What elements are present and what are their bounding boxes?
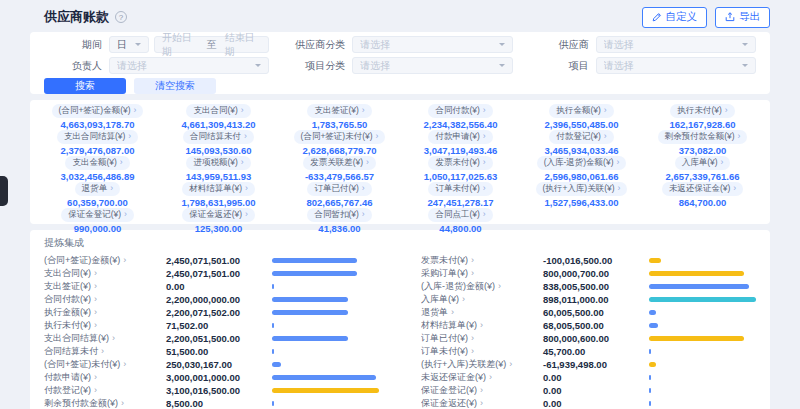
metric-card[interactable]: 材料结算单(¥) 1,798,631,995.00 bbox=[161, 182, 276, 208]
summary-row-label[interactable]: 订单已付(¥) bbox=[421, 332, 537, 345]
metric-card[interactable]: 合同暂扣(¥) 41,836.00 bbox=[282, 208, 397, 234]
metric-card[interactable]: 支出合同(¥) 4,661,309,413.20 bbox=[161, 104, 276, 130]
metric-card[interactable]: 支出签证(¥) 1,783,765.50 bbox=[282, 104, 397, 130]
summary-row-label[interactable]: 订单未付(¥) bbox=[421, 345, 537, 358]
metric-card[interactable]: 保证金登记(¥) 990,000.00 bbox=[40, 208, 155, 234]
metric-label[interactable]: 退货单 bbox=[75, 182, 120, 196]
summary-row-label[interactable]: 支出合同结算(¥) bbox=[44, 332, 160, 345]
summary-row-label[interactable]: 采购订单(¥) bbox=[421, 267, 537, 280]
metric-card[interactable]: 订单已付(¥) 802,665,767.46 bbox=[282, 182, 397, 208]
metric-card[interactable]: 合同结算未付 145,093,530.60 bbox=[161, 130, 276, 156]
summary-row-label[interactable]: 剩余预付款金额(¥) bbox=[44, 397, 160, 409]
metric-card[interactable]: 执行未付(¥) 162,167,928.60 bbox=[645, 104, 760, 130]
summary-row-label[interactable]: 未返还保证金(¥) bbox=[421, 371, 537, 384]
summary-row-label[interactable]: 执行金额(¥) bbox=[44, 306, 160, 319]
search-button[interactable]: 搜索 bbox=[44, 78, 126, 94]
metric-card[interactable]: 保证金返还(¥) 125,300.00 bbox=[161, 208, 276, 234]
metric-label[interactable]: 支出合同(¥) bbox=[186, 104, 250, 118]
metric-label[interactable]: 订单未付(¥) bbox=[428, 182, 492, 196]
metric-card[interactable]: (执行+入库)关联(¥) 1,527,596,433.00 bbox=[524, 182, 639, 208]
summary-row-label[interactable]: 入库单(¥) bbox=[421, 293, 537, 306]
metric-card[interactable]: 付款登记(¥) 3,465,934,033.46 bbox=[524, 130, 639, 156]
period-unit-select[interactable]: 日 bbox=[109, 36, 149, 53]
export-button[interactable]: 导出 bbox=[715, 7, 770, 28]
clear-search-button[interactable]: 清空搜索 bbox=[134, 78, 216, 94]
metric-label[interactable]: 未返还保证金(¥) bbox=[662, 182, 743, 196]
metric-card[interactable]: 合同付款(¥) 2,234,382,556.40 bbox=[403, 104, 518, 130]
metric-label[interactable]: 保证金登记(¥) bbox=[61, 208, 134, 222]
filter-select[interactable]: 请选择 bbox=[596, 57, 756, 74]
summary-row-label[interactable]: 退货单 bbox=[421, 306, 537, 319]
summary-row: 执行金额(¥) 2,200,071,502.00 bbox=[44, 306, 379, 319]
metric-label[interactable]: 合同结算未付 bbox=[183, 130, 254, 144]
period-date-range[interactable]: 开始日期 至 结束日期 bbox=[154, 36, 269, 53]
summary-row: 支出合同结算(¥) 2,200,051,500.00 bbox=[44, 332, 379, 345]
summary-row-label[interactable]: (合同+签证)未付(¥) bbox=[44, 358, 160, 371]
metric-card[interactable]: 付款申请(¥) 3,047,119,493.46 bbox=[403, 130, 518, 156]
filter-select[interactable]: 请选择 bbox=[352, 57, 512, 74]
customize-button[interactable]: 自定义 bbox=[642, 7, 708, 28]
summary-row-label[interactable]: 合同付款(¥) bbox=[44, 293, 160, 306]
summary-row-label[interactable]: 付款申请(¥) bbox=[44, 371, 160, 384]
summary-row-value: 838,005,500.00 bbox=[543, 281, 643, 292]
metric-card[interactable]: 入库单(¥) 2,657,339,761.66 bbox=[645, 156, 760, 182]
metric-label[interactable]: 剩余预付款金额(¥) bbox=[658, 130, 748, 144]
summary-row-label[interactable]: 合同结算未付 bbox=[44, 345, 160, 358]
metric-card[interactable]: (合同+签证)未付(¥) 2,628,668,779.70 bbox=[282, 130, 397, 156]
metric-label[interactable]: 执行未付(¥) bbox=[670, 104, 734, 118]
summary-row-label[interactable]: 支出合同(¥) bbox=[44, 267, 160, 280]
metric-label[interactable]: 入库单(¥) bbox=[675, 156, 731, 170]
summary-row-label[interactable]: 付款登记(¥) bbox=[44, 384, 160, 397]
metric-label[interactable]: 支出金额(¥) bbox=[65, 156, 129, 170]
metric-label[interactable]: (合同+签证)未付(¥) bbox=[294, 130, 386, 144]
metric-card[interactable]: 发票未付(¥) 1,050,117,025.63 bbox=[403, 156, 518, 182]
summary-row-value: 0.00 bbox=[166, 281, 266, 292]
metric-card[interactable]: 发票关联差(¥) -633,479,566.57 bbox=[282, 156, 397, 182]
summary-row-label[interactable]: (合同+签证)金额(¥) bbox=[44, 254, 160, 267]
metric-label[interactable]: (执行+入库)关联(¥) bbox=[536, 182, 628, 196]
summary-row-label[interactable]: 发票未付(¥) bbox=[421, 254, 537, 267]
metric-label[interactable]: 发票关联差(¥) bbox=[303, 156, 376, 170]
summary-row-label[interactable]: 支出签证(¥) bbox=[44, 280, 160, 293]
metric-label[interactable]: 付款申请(¥) bbox=[428, 130, 492, 144]
metric-label[interactable]: 合同点工(¥) bbox=[428, 208, 492, 222]
metric-card[interactable]: 支出合同结算(¥) 2,379,476,087.00 bbox=[40, 130, 155, 156]
metric-label[interactable]: 付款登记(¥) bbox=[549, 130, 613, 144]
metric-label[interactable]: 执行金额(¥) bbox=[549, 104, 613, 118]
metric-label[interactable]: 订单已付(¥) bbox=[307, 182, 371, 196]
metric-label[interactable]: 保证金返还(¥) bbox=[182, 208, 255, 222]
summary-row-label[interactable]: 材料结算单(¥) bbox=[421, 319, 537, 332]
summary-row-value: -100,016,500.00 bbox=[543, 255, 643, 266]
metric-card[interactable]: 退货单 60,359,700.00 bbox=[40, 182, 155, 208]
filter-select[interactable]: 请选择 bbox=[596, 36, 756, 53]
metric-card[interactable]: 执行金额(¥) 2,396,550,485.00 bbox=[524, 104, 639, 130]
metric-card[interactable]: 剩余预付款金额(¥) 373,082.00 bbox=[645, 130, 760, 156]
summary-row-label[interactable]: 保证金登记(¥) bbox=[421, 384, 537, 397]
side-panel-handle[interactable] bbox=[0, 176, 8, 206]
metric-card[interactable]: (合同+签证)金额(¥) 4,663,093,178.70 bbox=[40, 104, 155, 130]
metric-card[interactable]: 未返还保证金(¥) 864,700.00 bbox=[645, 182, 760, 208]
summary-row-label[interactable]: (执行+入库)关联差(¥) bbox=[421, 358, 537, 371]
metric-label[interactable]: 支出签证(¥) bbox=[307, 104, 371, 118]
metric-label[interactable]: 发票未付(¥) bbox=[428, 156, 492, 170]
summary-row-value: 2,450,071,501.00 bbox=[166, 255, 266, 266]
metric-label[interactable]: 合同暂扣(¥) bbox=[307, 208, 371, 222]
metric-card[interactable]: 合同点工(¥) 44,800.00 bbox=[403, 208, 518, 234]
metric-card[interactable]: 支出金额(¥) 3,032,456,486.89 bbox=[40, 156, 155, 182]
metric-label[interactable]: 合同付款(¥) bbox=[428, 104, 492, 118]
filter-select[interactable]: 请选择 bbox=[109, 57, 269, 74]
metric-label[interactable]: 材料结算单(¥) bbox=[182, 182, 255, 196]
summary-row-label[interactable]: 执行未付(¥) bbox=[44, 319, 160, 332]
metric-card[interactable]: (入库-退货)金额(¥) 2,596,980,061.66 bbox=[524, 156, 639, 182]
filter-field: 项目分类 请选择 bbox=[287, 57, 512, 74]
help-icon[interactable]: ? bbox=[115, 11, 127, 23]
metric-label[interactable]: (合同+签证)金额(¥) bbox=[52, 104, 144, 118]
metric-label[interactable]: (入库-退货)金额(¥) bbox=[537, 156, 627, 170]
metric-card[interactable]: 订单未付(¥) 247,451,278.17 bbox=[403, 182, 518, 208]
summary-row-label[interactable]: (入库-退货)金额(¥) bbox=[421, 280, 537, 293]
metric-card[interactable]: 进项税额(¥) 143,959,511.93 bbox=[161, 156, 276, 182]
metric-label[interactable]: 支出合同结算(¥) bbox=[57, 130, 138, 144]
metric-label[interactable]: 进项税额(¥) bbox=[186, 156, 250, 170]
filter-select[interactable]: 请选择 bbox=[352, 36, 512, 53]
summary-row-label[interactable]: 保证金返还(¥) bbox=[421, 397, 537, 409]
